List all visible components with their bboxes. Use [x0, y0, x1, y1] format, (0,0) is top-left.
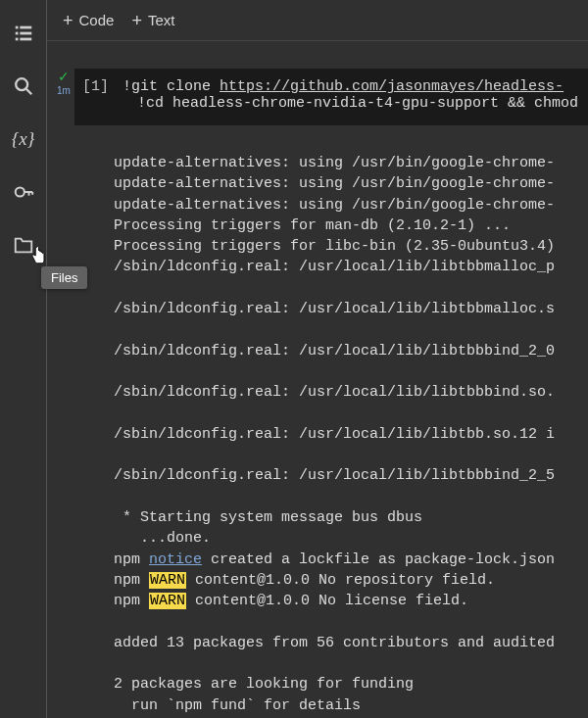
output-line: run `npm fund` for details	[114, 697, 361, 714]
toolbar: + Code + Text	[47, 0, 588, 41]
add-code-label: Code	[79, 12, 115, 28]
plus-icon: +	[63, 12, 74, 29]
output-line: ...done.	[114, 530, 211, 547]
output-line: Processing triggers for libc-bin (2.35-0…	[114, 238, 555, 255]
output-line: /sbin/ldconfig.real: /usr/local/lib/libt…	[114, 259, 555, 275]
cell-index: [1]	[74, 78, 122, 95]
cell-status: ✓ 1m	[53, 69, 74, 97]
svg-line-7	[25, 89, 31, 95]
svg-rect-0	[15, 26, 18, 29]
plus-icon: +	[131, 12, 142, 29]
files-icon[interactable]	[12, 233, 35, 257]
output-line: /sbin/ldconfig.real: /usr/local/lib/libt…	[114, 343, 555, 359]
output-line: added 13 packages from 56 contributors a…	[114, 635, 555, 651]
code-line: !git clone https://github.com/jasonmayes…	[122, 78, 564, 95]
toc-icon[interactable]	[12, 22, 35, 45]
output-line: update-alternatives: using /usr/bin/goog…	[114, 175, 555, 192]
output-line: npm notice created a lockfile as package…	[114, 551, 555, 568]
output-line: /sbin/ldconfig.real: /usr/local/lib/libt…	[114, 384, 555, 401]
npm-notice-tag: notice	[149, 551, 202, 568]
svg-rect-3	[20, 32, 31, 35]
output-line: /sbin/ldconfig.real: /usr/local/lib/libt…	[114, 301, 555, 317]
cell-output: update-alternatives: using /usr/bin/goog…	[47, 125, 588, 716]
code-cell[interactable]: ✓ 1m [1] !git clone https://github.com/j…	[47, 69, 588, 125]
sidebar: {x}	[0, 0, 47, 718]
output-line: /sbin/ldconfig.real: /usr/local/lib/libt…	[114, 467, 555, 484]
exec-time: 1m	[53, 85, 74, 97]
npm-warn-tag: WARN	[149, 572, 186, 589]
output-line: update-alternatives: using /usr/bin/goog…	[114, 197, 555, 214]
add-text-label: Text	[148, 12, 175, 28]
svg-point-6	[16, 78, 27, 90]
search-icon[interactable]	[12, 74, 35, 98]
output-line: Processing triggers for man-db (2.10.2-1…	[114, 217, 511, 234]
add-code-button[interactable]: + Code	[63, 12, 114, 29]
files-tooltip: Files	[41, 266, 87, 289]
code-line: !cd headless-chrome-nvidia-t4-gpu-suppor…	[74, 95, 588, 112]
npm-warn-tag: WARN	[149, 593, 186, 609]
secrets-icon[interactable]	[12, 180, 35, 204]
cell-area: ✓ 1m [1] !git clone https://github.com/j…	[47, 41, 588, 718]
output-line: npm WARN content@1.0.0 No repository fie…	[114, 572, 495, 589]
svg-rect-5	[20, 38, 31, 41]
code-box[interactable]: [1] !git clone https://github.com/jasonm…	[74, 69, 588, 125]
output-line: 2 packages are looking for funding	[114, 676, 414, 693]
svg-rect-4	[15, 38, 18, 41]
variables-icon[interactable]: {x}	[12, 127, 35, 151]
svg-point-8	[15, 187, 24, 196]
svg-rect-1	[20, 26, 31, 29]
output-line: npm WARN content@1.0.0 No license field.	[114, 593, 468, 609]
svg-rect-2	[15, 32, 18, 35]
add-text-button[interactable]: + Text	[131, 12, 174, 29]
output-line: /sbin/ldconfig.real: /usr/local/lib/libt…	[114, 426, 555, 443]
output-line: update-alternatives: using /usr/bin/goog…	[114, 155, 555, 171]
check-icon: ✓	[53, 69, 74, 85]
output-line: * Starting system message bus dbus	[114, 509, 422, 526]
main: + Code + Text ✓ 1m [1] !git clone https:…	[47, 0, 588, 718]
